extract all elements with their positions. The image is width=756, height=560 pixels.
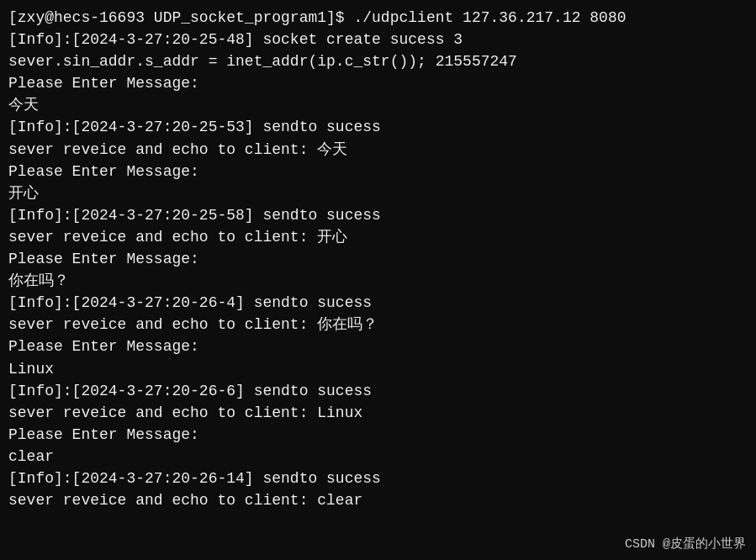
terminal-line: clear xyxy=(8,446,748,468)
terminal-line: [Info]:[2024-3-27:20-26-4] sendto sucess xyxy=(8,292,748,314)
terminal-line: sever.sin_addr.s_addr = inet_addr(ip.c_s… xyxy=(8,50,748,72)
terminal-line: sever reveice and echo to client: 你在吗？ xyxy=(8,314,748,335)
terminal-line: Please Enter Message: xyxy=(8,72,748,94)
terminal-line: [Info]:[2024-3-27:20-25-53] sendto suces… xyxy=(8,116,748,138)
terminal-window: [zxy@hecs-16693 UDP_socket_program1]$ ./… xyxy=(0,0,756,560)
terminal-line: [Info]:[2024-3-27:20-25-58] sendto suces… xyxy=(8,204,748,226)
terminal-line: 你在吗？ xyxy=(8,270,748,292)
watermark: CSDN @皮蛋的小世界 xyxy=(625,536,746,552)
terminal-line: [Info]:[2024-3-27:20-26-6] sendto sucess xyxy=(8,380,748,402)
terminal-line: sever reveice and echo to client: clear xyxy=(8,489,748,511)
terminal-line: [Info]:[2024-3-27:20-25-48] socket creat… xyxy=(8,29,748,50)
terminal-line: Please Enter Message: xyxy=(8,161,748,182)
terminal-line: 开心 xyxy=(8,182,748,204)
terminal-line: [Info]:[2024-3-27:20-26-14] sendto suces… xyxy=(8,468,748,489)
terminal-line: 今天 xyxy=(8,94,748,116)
terminal-line: Please Enter Message: xyxy=(8,424,748,446)
terminal-line: Please Enter Message: xyxy=(8,248,748,270)
terminal-line: sever reveice and echo to client: 今天 xyxy=(8,139,748,161)
terminal-line: sever reveice and echo to client: Linux xyxy=(8,402,748,424)
terminal-line: sever reveice and echo to client: 开心 xyxy=(8,226,748,248)
terminal-line: Linux xyxy=(8,358,748,380)
terminal-line: Please Enter Message: xyxy=(8,335,748,357)
terminal-line: [zxy@hecs-16693 UDP_socket_program1]$ ./… xyxy=(8,7,748,29)
